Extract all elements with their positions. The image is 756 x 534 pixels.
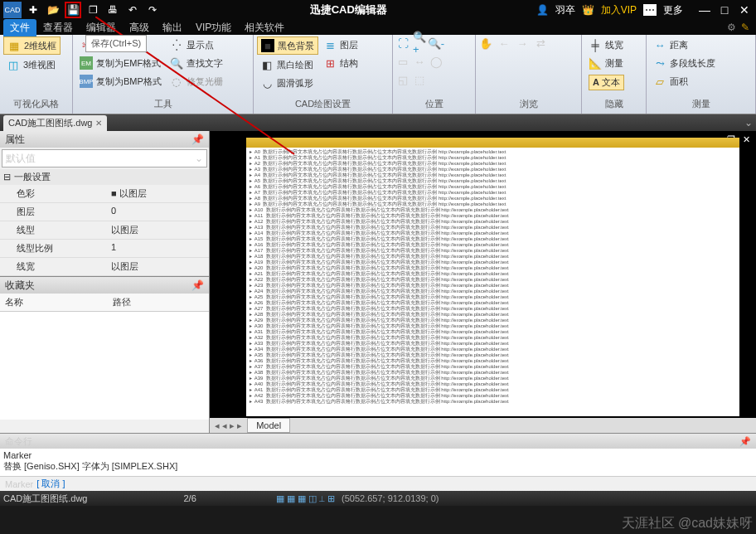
- fix-raster-button[interactable]: ◌修复光栅: [167, 73, 226, 90]
- lineweight-button[interactable]: ╪线宽: [585, 36, 628, 53]
- group-position: 位置: [396, 96, 472, 112]
- layers-button[interactable]: ≣图层: [320, 36, 361, 53]
- expand-tabs-icon[interactable]: ⌄: [744, 117, 753, 129]
- show-points-button[interactable]: ⁛显示点: [167, 36, 226, 53]
- black-bg-button[interactable]: ■黑色背景: [257, 36, 318, 55]
- pin-icon-cmd[interactable]: 📌: [739, 436, 751, 447]
- new-icon[interactable]: ✚: [25, 2, 41, 18]
- prop-row-layer[interactable]: 图层0: [0, 203, 209, 221]
- nav-right-icon[interactable]: →: [516, 36, 529, 50]
- model-nav-icons[interactable]: ◂ ◂ ▸ ▸: [210, 420, 247, 431]
- bw-draw-button[interactable]: ◧黑白绘图: [257, 56, 318, 73]
- undo-icon[interactable]: ↶: [124, 2, 141, 18]
- command-line-header: 命令行 📌: [0, 434, 756, 449]
- zoom-out-icon[interactable]: 🔍-: [429, 36, 443, 50]
- find-text-button[interactable]: 🔍查找文字: [167, 55, 226, 71]
- prop-row-ltscale[interactable]: 线型比例1: [0, 240, 209, 258]
- zoom-window-icon[interactable]: ▭: [396, 55, 410, 68]
- group-browse: 浏览: [479, 96, 578, 112]
- hand-icon[interactable]: ✋: [479, 36, 492, 50]
- status-mode-icons[interactable]: ▦ ▦ ▦ ◫ ⟂ ⊞: [276, 493, 335, 504]
- prop-row-lineweight[interactable]: 线宽以图层: [0, 258, 209, 276]
- watermark: 天涯社区 @cad妹妹呀: [622, 515, 753, 532]
- user-icon[interactable]: 👤: [536, 4, 549, 16]
- measure-button[interactable]: 📐测量: [585, 55, 628, 71]
- group-visual-style: 可视化风格: [3, 96, 69, 112]
- maximize-button[interactable]: □: [716, 2, 733, 18]
- default-value-select[interactable]: 默认值: [2, 149, 207, 167]
- zoom-extents-icon[interactable]: ⛶: [396, 36, 410, 50]
- group-measure: 测量: [650, 96, 752, 112]
- zoom-in-icon[interactable]: 🔍+: [413, 36, 426, 50]
- gear-icon[interactable]: ⚙: [727, 22, 736, 33]
- minimize-button[interactable]: —: [696, 2, 713, 18]
- command-history: Marker 替换 [Geniso.SHX] 字体为 [SIMPLEX.SHX]: [0, 449, 756, 476]
- status-filename: CAD施工图图纸.dwg: [3, 493, 87, 505]
- status-pages: 2/6: [183, 493, 196, 503]
- group-cad-settings: CAD绘图设置: [257, 96, 389, 112]
- fav-col-name[interactable]: 名称: [0, 294, 108, 311]
- area-button[interactable]: ▱面积: [650, 73, 719, 90]
- document-tab[interactable]: CAD施工图图纸.dwg ✕: [3, 115, 107, 131]
- user-name: 羽卒: [555, 3, 575, 17]
- app-icon: CAD: [3, 2, 22, 18]
- crown-icon: 👑: [582, 4, 594, 16]
- properties-panel-header: 属性 📌: [0, 131, 209, 148]
- copy-bmp-button[interactable]: BMP复制为BMP格式: [76, 73, 165, 90]
- cancel-button[interactable]: [ 取消 ]: [36, 478, 65, 490]
- group-tools: 工具: [76, 96, 250, 112]
- app-title: 迅捷CAD编辑器: [161, 2, 536, 17]
- zoom-prev-icon[interactable]: ◯: [429, 55, 443, 68]
- favorites-list: [0, 312, 209, 420]
- pos-icon1[interactable]: ◱: [396, 73, 410, 86]
- menu-advanced[interactable]: 高级: [123, 19, 156, 36]
- more-icon[interactable]: ⋯: [643, 4, 657, 16]
- text-button[interactable]: A 文本: [585, 73, 628, 92]
- close-tab-icon[interactable]: ✕: [95, 119, 102, 128]
- vip-button[interactable]: 加入VIP: [601, 3, 637, 17]
- pencil-icon[interactable]: ✎: [741, 22, 749, 33]
- menu-viewer[interactable]: 查看器: [36, 19, 80, 36]
- command-input-row[interactable]: Marker [ 取消 ]: [0, 476, 756, 491]
- menu-vip[interactable]: VIP功能: [189, 19, 238, 36]
- menu-file[interactable]: 文件: [3, 19, 36, 36]
- structure-button[interactable]: ⊞结构: [320, 55, 361, 71]
- 2d-wireframe-button[interactable]: ▦2维线框: [3, 36, 61, 55]
- pin-icon-fav[interactable]: 📌: [191, 279, 204, 291]
- menu-output[interactable]: 输出: [156, 19, 189, 36]
- menu-editor[interactable]: 编辑器: [80, 19, 123, 36]
- prop-row-color[interactable]: 色彩■ 以图层: [0, 185, 209, 203]
- smooth-arc-button[interactable]: ◡圆滑弧形: [257, 75, 318, 91]
- favorites-panel-header: 收藏夹 📌: [0, 277, 209, 294]
- prop-row-linetype[interactable]: 线型以图层: [0, 221, 209, 240]
- distance-button[interactable]: ↔距离: [650, 36, 719, 53]
- redo-icon[interactable]: ↷: [144, 2, 161, 18]
- menu-related[interactable]: 相关软件: [238, 19, 291, 36]
- fav-col-path[interactable]: 路径: [108, 294, 136, 311]
- drawing-viewport[interactable]: ▸ A0 数据行示例内容文本填充占位内容表格行数据示例占位文本内容填充数据行示例…: [246, 138, 739, 416]
- general-settings-section[interactable]: ⊟一般设置: [0, 169, 209, 185]
- open-icon[interactable]: 📂: [45, 2, 61, 18]
- pin-icon[interactable]: 📌: [191, 134, 204, 145]
- group-hide: 隐藏: [585, 96, 642, 112]
- status-coords: (5052.657; 912.0139; 0): [342, 493, 439, 503]
- viewport-close-icon[interactable]: ✕: [739, 134, 753, 148]
- save-icon[interactable]: 💾: [65, 2, 81, 18]
- polyline-len-button[interactable]: ⤳多段线长度: [650, 55, 719, 71]
- pan-icon[interactable]: ↔: [413, 55, 426, 68]
- close-button[interactable]: ✕: [736, 2, 753, 18]
- print-icon[interactable]: 🖶: [104, 2, 121, 18]
- pos-icon2[interactable]: ⬚: [413, 73, 426, 86]
- 3d-view-button[interactable]: ◫3维视图: [3, 56, 61, 73]
- copy-icon[interactable]: ❐: [85, 2, 101, 18]
- model-tab[interactable]: Model: [247, 418, 290, 433]
- nav-double-icon[interactable]: ⇄: [534, 36, 547, 50]
- save-tooltip: 保存(Ctrl+S): [85, 35, 147, 52]
- more-label[interactable]: 更多: [663, 3, 683, 17]
- copy-emf-button[interactable]: EM复制为EMF格式: [76, 55, 165, 71]
- nav-left-icon[interactable]: ←: [497, 36, 511, 50]
- document-tab-label: CAD施工图图纸.dwg: [8, 117, 92, 129]
